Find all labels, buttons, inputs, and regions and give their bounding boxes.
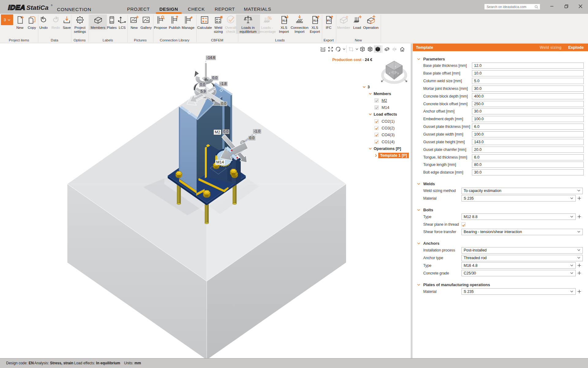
add-button[interactable] (576, 262, 583, 269)
field-select-weld-sizing-method[interactable]: To capacity estimation (462, 188, 583, 194)
field-input-column-weld-size-mm-[interactable]: 5.0 (472, 78, 584, 84)
chevron-down-icon (577, 256, 580, 259)
ribbon-operation-button[interactable]: Operation (362, 14, 380, 30)
tree-node-3[interactable]: 3 (362, 83, 409, 90)
tree-node-operations-p-[interactable]: Operations [P] (362, 145, 409, 152)
add-button[interactable] (576, 270, 583, 276)
viewport-3d[interactable]: x y z Production cost - 24 € -14.60.00.0… (0, 44, 411, 358)
chevron-down-icon (417, 283, 421, 286)
field-input-guset-plate-chamfer-mm-[interactable]: 20.0 (472, 147, 584, 153)
field-select-shear-force-transfer[interactable]: Bearing - tension/shear interaction (462, 229, 583, 235)
field-select-material[interactable]: S 235 (462, 195, 576, 201)
menu-tab-check[interactable]: CHECK (188, 6, 205, 12)
cube-wireframe-icon[interactable] (359, 45, 366, 53)
viewport-scrollbar[interactable] (411, 44, 413, 358)
chevron-down-icon (570, 272, 573, 275)
tree-node-co4-3-[interactable]: CO4(3) (362, 132, 409, 138)
anchor-bolt[interactable] (230, 169, 237, 176)
chevron-down-icon[interactable] (355, 45, 359, 53)
load-checkbox[interactable] (375, 133, 379, 137)
panel-section-title: Plates of manufacturing operations (423, 282, 490, 287)
member-checkbox[interactable] (375, 98, 379, 102)
menu-tab-project[interactable]: PROJECT (127, 6, 150, 12)
tree-node-members[interactable]: Members (362, 90, 409, 97)
anchor-bolt[interactable] (203, 190, 211, 198)
tree-node-co1-4-[interactable]: CO1(4) (362, 138, 409, 145)
panel-section-welds[interactable]: Welds (417, 181, 588, 187)
load-checkbox[interactable] (375, 126, 379, 130)
add-button[interactable] (576, 288, 583, 295)
field-input-mortar-joint-thickness-mm-[interactable]: 30.0 (472, 86, 584, 92)
field-input-tongue-lid-thickness-mm-[interactable]: 6.0 (472, 154, 584, 160)
field-checkbox-shear-plane-in-thread[interactable] (462, 222, 466, 226)
menu-tab-design[interactable]: DESIGN (159, 6, 178, 12)
field-select-installation-process[interactable]: Post-installed (462, 247, 583, 254)
chevron-down-icon[interactable] (368, 93, 372, 95)
field-input-bolt-edge-distance-mm-[interactable]: 30.0 (472, 169, 584, 175)
add-button[interactable] (576, 213, 583, 220)
field-input-base-plate-offset-mm-[interactable]: 10.0 (472, 70, 584, 76)
field-input-base-plate-thickness-mm-[interactable]: 12.0 (472, 63, 584, 69)
field-select-anchor-type[interactable]: Threaded rod (462, 255, 583, 261)
weld-sizing-button[interactable]: Weld sizing (540, 45, 561, 50)
tree-node-co2-1-[interactable]: CO2(1) (362, 118, 409, 125)
explode-button[interactable]: Explode (568, 45, 584, 50)
chevron-right-icon[interactable] (375, 154, 377, 157)
field-input-gusset-plate-thickness-mm-[interactable]: 6.0 (472, 124, 584, 130)
field-select-material[interactable]: S 235 (462, 288, 576, 295)
field-select-concrete-grade[interactable]: C25/30 (462, 270, 576, 276)
add-button[interactable] (576, 195, 583, 201)
maximize-button[interactable] (559, 0, 573, 12)
menu-tab-materials[interactable]: MATERIALS (244, 6, 271, 12)
measure-icon[interactable] (319, 45, 327, 53)
field-input-anchor-offset-mm-[interactable]: 30.0 (472, 108, 584, 114)
load-checkbox[interactable] (375, 119, 379, 123)
field-select-type[interactable]: M12 8.8 (462, 213, 576, 220)
tree-node-m2[interactable]: M2 (362, 97, 409, 104)
app-name: CONNECTION (57, 7, 91, 12)
member-label-m2[interactable]: M2 (214, 130, 221, 135)
panel-section-parameters[interactable]: Parameters (417, 56, 588, 62)
tree-node-template-1-p-[interactable]: Template 1 [P] (362, 152, 409, 159)
field-input-embedment-depth-mm-[interactable]: 100.0 (472, 116, 584, 122)
close-button[interactable] (573, 0, 587, 12)
panel-section-bolts[interactable]: Bolts (417, 207, 588, 213)
chevron-down-icon[interactable] (368, 113, 372, 115)
panel-row: Weld sizing methodTo capacity estimation (413, 187, 588, 195)
menu-tab-report[interactable]: REPORT (215, 6, 235, 12)
search-input[interactable] (484, 5, 534, 9)
chevron-down-icon[interactable] (368, 148, 372, 150)
field-input-concrete-block-depth-mm-[interactable]: 400.0 (472, 93, 584, 99)
clip-wedge-icon[interactable] (383, 45, 391, 53)
chevron-down-icon[interactable] (342, 45, 346, 53)
ribbon-manage-button[interactable]: Manage (179, 14, 197, 30)
anchor-bolt[interactable] (175, 171, 182, 178)
ribbon-project-settings-button[interactable]: </>Project settings (71, 14, 89, 34)
member-label-m14[interactable]: M14 (215, 160, 225, 165)
chevron-down-icon (577, 230, 580, 233)
tree-node-load-effects[interactable]: Load effects (362, 111, 409, 118)
cube-transparent-icon[interactable] (366, 45, 374, 53)
tree-node-m14[interactable]: M14 (362, 104, 409, 111)
member-checkbox[interactable] (375, 105, 379, 109)
load-checkbox[interactable] (375, 140, 379, 144)
section-crop-icon (347, 45, 355, 53)
ribbon-group-label: Connection Library (160, 38, 190, 42)
home-icon[interactable] (398, 45, 406, 53)
orbit-icon[interactable] (334, 45, 342, 53)
fit-view-icon[interactable] (327, 45, 334, 53)
cube-solid-icon[interactable] (374, 45, 382, 53)
field-select-type[interactable]: M16 4.8 (462, 262, 576, 269)
scrollbar-thumb[interactable] (411, 44, 413, 358)
field-input-gusset-plate-height-mm-[interactable]: 143.0 (472, 139, 584, 145)
field-input-tongue-length-mm-[interactable]: 80.0 (472, 162, 584, 168)
chevron-down-icon[interactable] (362, 86, 366, 88)
status-design-code-: Design code: EN (6, 361, 34, 365)
minimize-button[interactable] (545, 0, 559, 12)
tree-node-co3-2-[interactable]: CO3(2) (362, 125, 409, 131)
panel-section-anchors[interactable]: Anchors (417, 241, 588, 246)
field-input-concrete-block-offset-mm-[interactable]: 250.0 (472, 101, 584, 107)
panel-section-plates-of-manufacturing-operations[interactable]: Plates of manufacturing operations (417, 282, 588, 287)
search-box[interactable] (484, 4, 540, 10)
field-input-gusset-plate-width-mm-[interactable]: 100.0 (472, 131, 584, 137)
